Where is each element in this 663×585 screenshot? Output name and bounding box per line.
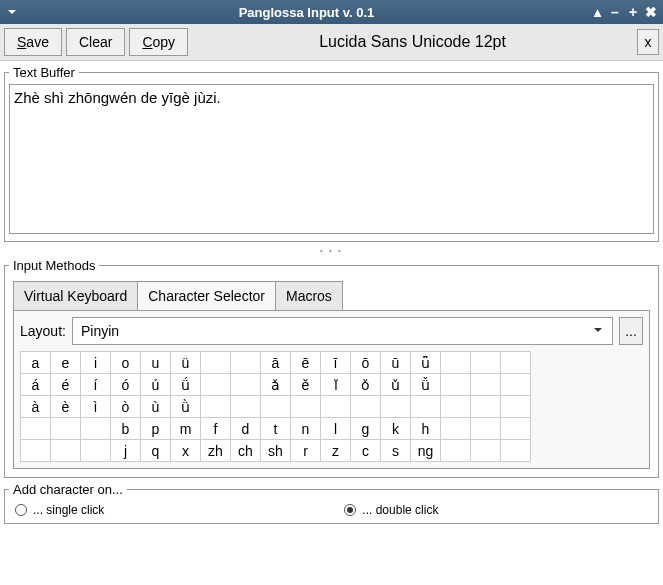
char-cell[interactable]: í <box>81 374 111 396</box>
char-cell[interactable]: ǐ <box>321 374 351 396</box>
char-cell-empty <box>441 396 471 418</box>
char-cell[interactable]: ō <box>351 352 381 374</box>
close-panel-button[interactable]: x <box>637 29 659 55</box>
char-cell-empty <box>51 440 81 462</box>
char-cell[interactable]: ē <box>291 352 321 374</box>
add-character-legend: Add character on... <box>9 482 127 497</box>
char-cell[interactable]: c <box>351 440 381 462</box>
text-buffer-input[interactable] <box>9 84 654 234</box>
char-cell[interactable]: è <box>51 396 81 418</box>
char-cell[interactable]: q <box>141 440 171 462</box>
char-cell[interactable]: x <box>171 440 201 462</box>
char-cell-empty <box>501 440 531 462</box>
char-cell[interactable]: f <box>201 418 231 440</box>
char-cell-empty <box>291 396 321 418</box>
copy-button[interactable]: Copy <box>129 28 188 56</box>
char-cell-empty <box>81 440 111 462</box>
char-cell-empty <box>231 396 261 418</box>
char-cell-empty <box>441 374 471 396</box>
clear-button[interactable]: Clear <box>66 28 125 56</box>
char-cell[interactable]: ě <box>291 374 321 396</box>
char-cell[interactable]: ā <box>261 352 291 374</box>
radio-single-click[interactable]: ... single click <box>15 503 104 517</box>
char-cell[interactable]: j <box>111 440 141 462</box>
minimize-icon[interactable]: – <box>607 4 623 20</box>
save-button[interactable]: Save <box>4 28 62 56</box>
char-cell[interactable]: d <box>231 418 261 440</box>
char-cell[interactable]: ò <box>111 396 141 418</box>
char-cell-empty <box>441 418 471 440</box>
splitter-grip[interactable]: • • • <box>0 246 663 254</box>
text-buffer-fieldset: Text Buffer <box>4 65 659 242</box>
char-cell-empty <box>501 374 531 396</box>
char-cell[interactable]: ch <box>231 440 261 462</box>
char-cell-empty <box>501 352 531 374</box>
char-cell[interactable]: ì <box>81 396 111 418</box>
character-grid: aeiouüāēīōūǖáéíóúǘǎěǐǒǔǚàèìòùǜbpmfdtnlgk… <box>20 351 531 462</box>
char-cell[interactable]: é <box>51 374 81 396</box>
char-cell[interactable]: k <box>381 418 411 440</box>
char-cell[interactable]: z <box>321 440 351 462</box>
char-cell[interactable]: e <box>51 352 81 374</box>
char-cell-empty <box>261 396 291 418</box>
char-cell-empty <box>231 374 261 396</box>
char-cell-empty <box>471 396 501 418</box>
char-cell[interactable]: b <box>111 418 141 440</box>
char-cell-empty <box>201 396 231 418</box>
char-cell[interactable]: ǔ <box>381 374 411 396</box>
char-cell[interactable]: o <box>111 352 141 374</box>
char-cell-empty <box>51 418 81 440</box>
input-methods-legend: Input Methods <box>9 258 99 273</box>
char-cell[interactable]: s <box>381 440 411 462</box>
add-character-fieldset: Add character on... ... single click ...… <box>4 482 659 524</box>
tab-virtual-keyboard[interactable]: Virtual Keyboard <box>13 281 138 310</box>
char-cell[interactable]: a <box>21 352 51 374</box>
char-cell[interactable]: zh <box>201 440 231 462</box>
char-cell-empty <box>321 396 351 418</box>
layout-more-button[interactable]: ... <box>619 317 643 345</box>
app-menu-icon[interactable] <box>4 4 20 20</box>
radio-double-label: ... double click <box>362 503 438 517</box>
char-cell[interactable]: sh <box>261 440 291 462</box>
char-cell[interactable]: ǎ <box>261 374 291 396</box>
char-cell-empty <box>201 374 231 396</box>
char-cell[interactable]: ǚ <box>411 374 441 396</box>
char-cell[interactable]: g <box>351 418 381 440</box>
char-cell[interactable]: ǒ <box>351 374 381 396</box>
char-cell[interactable]: t <box>261 418 291 440</box>
char-cell-empty <box>21 418 51 440</box>
char-cell[interactable]: h <box>411 418 441 440</box>
rollup-icon[interactable]: ▴ <box>589 4 605 20</box>
char-cell[interactable]: n <box>291 418 321 440</box>
char-cell[interactable]: à <box>21 396 51 418</box>
char-cell[interactable]: l <box>321 418 351 440</box>
char-cell[interactable]: ó <box>111 374 141 396</box>
char-cell[interactable]: ǖ <box>411 352 441 374</box>
char-cell[interactable]: ū <box>381 352 411 374</box>
char-cell-empty <box>81 418 111 440</box>
tab-character-selector[interactable]: Character Selector <box>137 281 276 310</box>
char-cell[interactable]: ù <box>141 396 171 418</box>
radio-double-click[interactable]: ... double click <box>344 503 438 517</box>
close-window-icon[interactable]: ✖ <box>643 4 659 20</box>
char-cell[interactable]: m <box>171 418 201 440</box>
layout-select[interactable]: Pinyin <box>72 317 613 345</box>
input-methods-tabs: Virtual Keyboard Character Selector Macr… <box>13 281 650 310</box>
char-cell[interactable]: ī <box>321 352 351 374</box>
char-cell[interactable]: ǜ <box>171 396 201 418</box>
char-cell-empty <box>411 396 441 418</box>
char-cell[interactable]: p <box>141 418 171 440</box>
char-cell[interactable]: ü <box>171 352 201 374</box>
char-cell[interactable]: ng <box>411 440 441 462</box>
char-cell[interactable]: i <box>81 352 111 374</box>
char-cell[interactable]: ǘ <box>171 374 201 396</box>
char-cell[interactable]: á <box>21 374 51 396</box>
window-title: Panglossa Input v. 0.1 <box>26 5 587 20</box>
layout-value: Pinyin <box>81 323 119 339</box>
maximize-icon[interactable]: + <box>625 4 641 20</box>
char-cell[interactable]: r <box>291 440 321 462</box>
tab-macros[interactable]: Macros <box>275 281 343 310</box>
char-cell[interactable]: ú <box>141 374 171 396</box>
input-methods-fieldset: Input Methods Virtual Keyboard Character… <box>4 258 659 478</box>
char-cell[interactable]: u <box>141 352 171 374</box>
